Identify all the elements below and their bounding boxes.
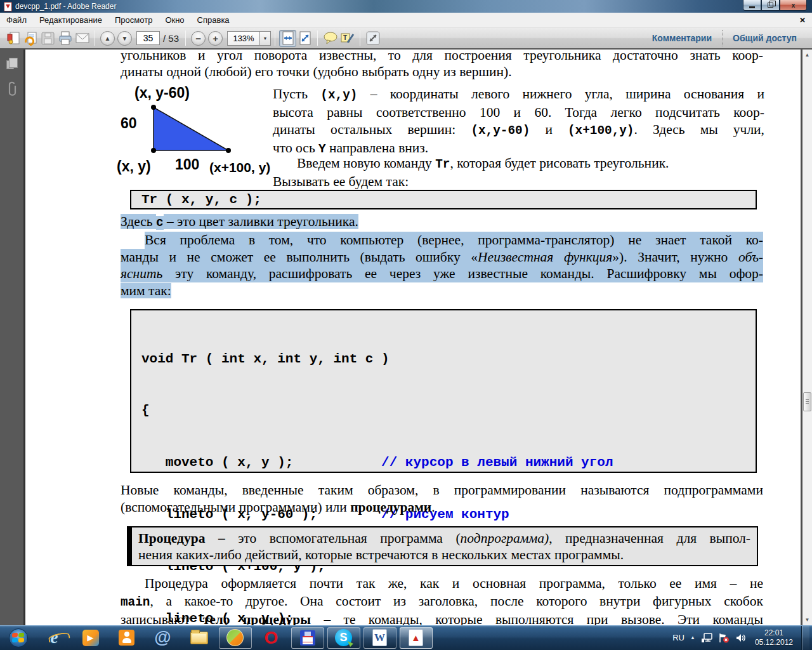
comment-button[interactable] (322, 30, 339, 47)
comment-bubble-icon (323, 31, 338, 45)
page-number-input[interactable] (136, 31, 160, 45)
next-page-button[interactable]: ▼ (116, 30, 133, 47)
paragraph-problem-highlighted: Вся проблема в том, что компьютер (верне… (121, 232, 763, 299)
taskbar-windows-explorer[interactable] (181, 625, 217, 650)
code-line: void Tr ( int x, int y, int c ) (141, 350, 756, 368)
arrow-down-icon: ▼ (117, 31, 132, 46)
chevron-down-icon: ▼ (263, 36, 268, 41)
figure-label-width: 100 (175, 156, 199, 173)
scroll-down-icon[interactable]: ▼ (802, 617, 812, 623)
open-icon (6, 30, 22, 46)
language-indicator[interactable]: RU (672, 633, 684, 642)
minimize-icon (749, 6, 755, 8)
taskbar-opera[interactable]: O (253, 625, 289, 650)
zoom-out-button[interactable]: − (190, 30, 207, 47)
volume-icon[interactable] (735, 633, 747, 643)
zoom-level-value[interactable]: 133% (227, 31, 260, 46)
internet-explorer-icon: e (51, 628, 58, 647)
scroll-up-icon[interactable]: ▲ (802, 52, 812, 58)
paragraph-new-commands: Новые команды, введенные таким образом, … (121, 482, 763, 516)
start-button[interactable] (0, 625, 36, 650)
toolbar-separator (95, 30, 95, 46)
vertical-scrollbar[interactable]: ▲ ▼ (801, 50, 812, 625)
action-center-flag-icon[interactable] (718, 633, 730, 643)
restore-button[interactable] (761, 0, 780, 11)
comments-panel-button[interactable]: Комментарии (642, 33, 722, 43)
arrow-up-icon: ▲ (100, 31, 115, 46)
toolbar-separator (185, 30, 186, 46)
zoom-in-button[interactable]: + (207, 30, 224, 47)
save-online-icon (23, 30, 39, 46)
code-line: { (141, 402, 756, 419)
previous-page-button[interactable]: ▲ (99, 30, 116, 47)
taskbar: e ▶ @ O S W ▲ RU (0, 625, 812, 650)
svg-text:T: T (343, 34, 347, 41)
attachments-paperclip-icon[interactable] (6, 81, 18, 98)
system-tray: RU ▲ 22:01 05.12.2012 (672, 625, 812, 650)
save-button[interactable] (39, 30, 56, 47)
open-button[interactable] (5, 30, 22, 47)
sign-button[interactable]: T (339, 30, 356, 47)
folder-icon (190, 632, 208, 644)
fit-width-button[interactable] (279, 30, 296, 47)
odnoklassniki-icon (119, 630, 134, 646)
fullscreen-button[interactable] (364, 30, 381, 47)
opera-icon: O (265, 628, 278, 648)
menu-window[interactable]: Окно (159, 13, 190, 27)
share-panel-button[interactable]: Общий доступ (723, 33, 807, 43)
email-icon (75, 30, 90, 46)
date-value: 05.12.2012 (755, 638, 793, 647)
menubar-close-icon[interactable]: ✕ (799, 16, 806, 25)
taskbar-mail-ru[interactable]: @ (145, 625, 181, 650)
menu-view[interactable]: Просмотр (108, 13, 159, 27)
taskbar-agent-app[interactable] (219, 627, 252, 649)
page-total-label: / 53 (163, 33, 179, 44)
hidden-icons-arrow[interactable]: ▲ (690, 635, 695, 640)
clock[interactable]: 22:01 05.12.2012 (755, 628, 793, 647)
fit-page-button[interactable] (296, 30, 313, 47)
show-desktop-button[interactable] (801, 625, 809, 650)
print-button[interactable] (56, 30, 74, 47)
title-bar: devcpp_1.pdf - Adobe Reader x (0, 0, 812, 13)
mail-ru-at-icon: @ (154, 628, 171, 647)
taskbar-odnoklassniki[interactable] (108, 625, 145, 650)
fullscreen-icon (366, 31, 380, 45)
taskbar-word[interactable]: W (363, 627, 396, 649)
paragraph-final: Процедура оформляется почти так же, как … (121, 575, 763, 625)
line-zdes-highlighted: Здесь c – это цвет заливки треугольника. (121, 213, 763, 231)
close-button[interactable]: x (780, 0, 807, 11)
media-player-icon: ▶ (82, 630, 99, 646)
taskbar-floppy-app[interactable] (291, 627, 324, 649)
menu-file[interactable]: Файл (0, 13, 33, 27)
code-box-procedure: void Tr ( int x, int y, int c ) { moveto… (130, 309, 757, 473)
figure-label-height: 60 (121, 115, 137, 132)
window-title: devcpp_1.pdf - Adobe Reader (15, 2, 116, 11)
menu-edit[interactable]: Редактирование (33, 13, 108, 27)
email-button[interactable] (74, 30, 91, 47)
fit-width-icon (282, 31, 294, 45)
word-icon: W (372, 629, 387, 646)
minimize-button[interactable] (743, 0, 761, 11)
code-call-text: Tr ( x, y, c ); (141, 192, 261, 207)
menu-help[interactable]: Справка (191, 13, 236, 27)
taskbar-media-player[interactable]: ▶ (72, 625, 108, 650)
print-icon (58, 30, 73, 46)
taskbar-skype[interactable]: S (327, 627, 360, 649)
save-online-button[interactable] (22, 30, 39, 47)
skype-icon: S (335, 629, 352, 646)
paragraph-top: угольников и угол поворота известны, то … (121, 50, 763, 80)
save-icon (41, 31, 55, 46)
zoom-dropdown-button[interactable]: ▼ (260, 31, 271, 46)
plus-icon: + (208, 31, 223, 46)
network-icon[interactable] (701, 633, 712, 643)
restore-icon (768, 3, 773, 8)
page-thumbnails-icon[interactable] (6, 58, 18, 71)
scrollbar-thumb[interactable] (803, 392, 811, 411)
windows-start-icon (9, 628, 28, 647)
figure-label-bottom-right-vertex: (x+100, y) (209, 160, 270, 175)
taskbar-adobe-reader[interactable]: ▲ (400, 627, 433, 649)
taskbar-internet-explorer[interactable]: e (36, 625, 72, 650)
toolbar-separator (317, 30, 318, 46)
code-box-call: Tr ( x, y, c ); (130, 190, 757, 209)
sign-icon: T (340, 31, 355, 45)
